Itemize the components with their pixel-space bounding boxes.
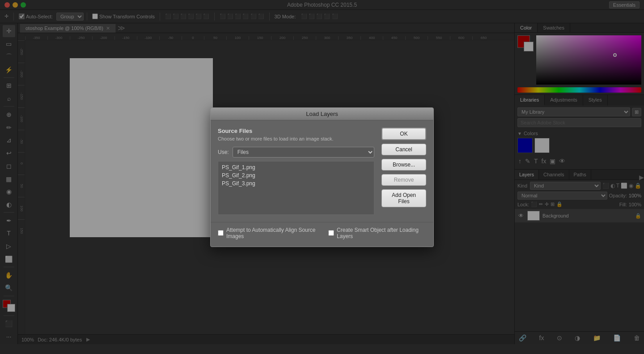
file-list: PS_Gif_1.png PS_Gif_2.png PS_Gif_3.png xyxy=(218,161,374,215)
source-files-label: Source Files xyxy=(218,128,374,134)
dialog-remove-button[interactable]: Remove xyxy=(381,174,426,186)
dialog-use-select[interactable]: Files Open Files Folder xyxy=(233,147,374,158)
file-item[interactable]: PS_Gif_2.png xyxy=(220,171,372,179)
dialog-left: Source Files Choose two or more files to… xyxy=(218,128,374,215)
smart-object-row: Create Smart Object after Loading Layers xyxy=(328,227,426,239)
dialog-right: OK Cancel Browse... Remove Add Open File… xyxy=(381,128,426,215)
dialog-browse-button[interactable]: Browse... xyxy=(381,159,426,171)
dialog-footer: Attempt to Automatically Align Source Im… xyxy=(211,222,433,247)
load-layers-dialog: Load Layers Source Files Choose two or m… xyxy=(210,107,434,247)
dialog-cancel-button[interactable]: Cancel xyxy=(381,144,426,155)
smart-object-checkbox[interactable] xyxy=(328,230,334,236)
dialog-use-label: Use: xyxy=(218,149,229,155)
dialog-description: Choose two or more files to load into an… xyxy=(218,136,374,141)
dialog-use-row: Use: Files Open Files Folder xyxy=(218,147,374,158)
smart-object-label: Create Smart Object after Loading Layers xyxy=(337,227,426,239)
auto-align-row: Attempt to Automatically Align Source Im… xyxy=(218,227,324,239)
dialog-body: Source Files Choose two or more files to… xyxy=(211,120,433,222)
dialog-ok-button[interactable]: OK xyxy=(381,128,426,140)
file-item[interactable]: PS_Gif_1.png xyxy=(220,163,372,171)
file-item[interactable]: PS_Gif_3.png xyxy=(220,179,372,188)
dialog-overlay: Load Layers Source Files Choose two or m… xyxy=(0,0,644,354)
dialog-title: Load Layers xyxy=(306,111,338,117)
auto-align-label: Attempt to Automatically Align Source Im… xyxy=(226,227,324,239)
dialog-add-open-files-button[interactable]: Add Open Files xyxy=(381,189,426,207)
dialog-title-bar: Load Layers xyxy=(211,108,433,120)
auto-align-checkbox[interactable] xyxy=(218,230,224,236)
